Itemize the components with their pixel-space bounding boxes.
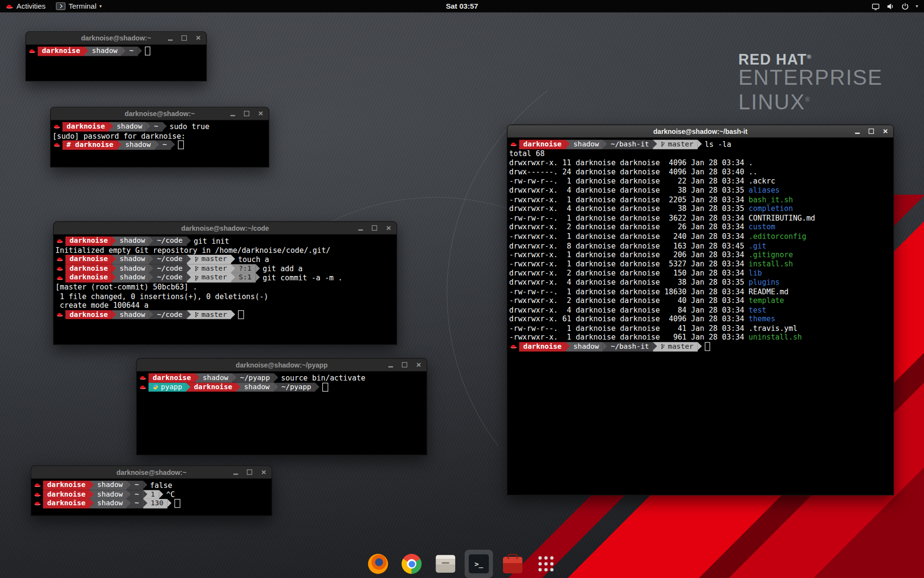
segment-label: pyapp	[161, 382, 182, 392]
filename-text: custom	[749, 223, 775, 231]
prompt-segment: ~/pyapp	[232, 373, 274, 382]
segment-label: darknoise	[66, 122, 105, 131]
prompt-line: darknoiseshadow~/codemastertouch a	[55, 255, 395, 264]
terminal-window[interactable]: darknoise@shadow:~×darknoiseshadow~	[26, 31, 207, 81]
dock-item-toolbox[interactable]	[502, 553, 523, 575]
close-button[interactable]: ×	[194, 34, 202, 42]
minimize-button[interactable]	[386, 361, 394, 368]
window-titlebar[interactable]: darknoise@shadow:~×	[31, 466, 272, 479]
prompt-segment: ~/pyapp	[274, 382, 315, 392]
dock-item-files[interactable]	[435, 553, 456, 575]
command-text: touch a	[238, 255, 270, 264]
redhat-icon	[34, 501, 41, 506]
window-titlebar[interactable]: darknoise@shadow:~/code×	[53, 222, 397, 235]
prompt-line: darknoiseshadow~	[28, 47, 205, 56]
clock[interactable]: Sat 03:57	[441, 0, 483, 13]
minimize-button[interactable]	[357, 224, 364, 232]
output-text: drwxrwxr-x. 61 darknoise darknoise 4096 …	[509, 315, 749, 323]
output-text: -rwxrwxr-x. 1 darknoise darknoise 206 Ja…	[509, 250, 749, 259]
terminal-content[interactable]: darknoiseshadow~sudo true[sudo] password…	[51, 120, 269, 152]
segment-label: master	[201, 310, 227, 319]
terminal-window[interactable]: darknoise@shadow:~×darknoiseshadow~false…	[31, 465, 272, 516]
prompt-segment: master	[653, 140, 697, 149]
prompt-segment: master	[187, 273, 231, 282]
maximize-button[interactable]	[180, 34, 188, 42]
terminal-cursor	[178, 141, 184, 149]
minimize-button[interactable]	[229, 110, 236, 118]
maximize-button[interactable]	[243, 110, 250, 118]
terminal-window[interactable]: darknoise@shadow:~/bash-it×darknoiseshad…	[507, 124, 894, 495]
close-button[interactable]: ×	[385, 224, 393, 232]
minimize-button[interactable]	[853, 127, 861, 135]
output-line: drwxrwxr-x. 11 darknoise darknoise 4096 …	[509, 158, 892, 167]
redhat-icon	[34, 492, 41, 497]
terminal-content[interactable]: darknoiseshadow~/pyappsource bin/activat…	[137, 371, 426, 394]
segment-label: darknoise	[47, 481, 86, 490]
filename-text: .git	[749, 241, 767, 250]
terminal-window[interactable]: darknoise@shadow:~/pyapp×darknoiseshadow…	[136, 358, 427, 455]
prompt-segment: shadow	[112, 264, 150, 273]
segment-label: darknoise	[69, 264, 108, 273]
segment-label: darknoise	[194, 382, 232, 392]
git-branch-icon	[194, 256, 199, 263]
terminal-cursor	[145, 47, 151, 55]
segment-label: shadow	[573, 342, 599, 351]
output-text: drwxrwxr-x. 8 darknoise darknoise 163 Ja…	[509, 241, 749, 250]
window-titlebar[interactable]: darknoise@shadow:~×	[26, 32, 206, 45]
output-text: total 68	[509, 149, 545, 158]
app-menu-terminal[interactable]: Terminal ▾	[51, 0, 107, 13]
window-titlebar[interactable]: darknoise@shadow:~/pyapp×	[137, 358, 426, 371]
maximize-button[interactable]	[246, 468, 254, 476]
maximize-button[interactable]	[371, 224, 378, 232]
close-button[interactable]: ×	[260, 468, 268, 476]
segment-label: shadow	[120, 264, 145, 273]
redhat-icon	[139, 384, 147, 390]
segment-label: darknoise	[153, 373, 191, 382]
system-status-area[interactable]: ▾	[872, 0, 924, 13]
command-text: sudo true	[169, 122, 209, 131]
prompt-segment: shadow	[112, 310, 150, 319]
git-branch-icon	[661, 141, 666, 147]
output-line: -rwxrwxr-x. 1 darknoise darknoise 5327 J…	[509, 259, 892, 268]
output-line: -rw-rw-r--. 1 darknoise darknoise 41 Jan…	[509, 324, 892, 333]
terminal-window[interactable]: darknoise@shadow:~/code×darknoiseshadow~…	[53, 221, 397, 345]
filename-text: bash_it.sh	[749, 195, 793, 204]
prompt-line: darknoiseshadow~false	[33, 481, 270, 490]
activities-button[interactable]: Activities	[0, 0, 51, 13]
minimize-button[interactable]	[166, 34, 174, 42]
output-line: [sudo] password for darknoise:	[52, 131, 267, 141]
dock-item-terminal[interactable]: >_	[468, 553, 489, 575]
terminal-content[interactable]: darknoiseshadow~/bash-itmasterls -latota…	[507, 138, 893, 354]
window-titlebar[interactable]: darknoise@shadow:~×	[51, 107, 269, 120]
output-line: -rw-rw-r--. 1 darknoise darknoise 3622 J…	[509, 213, 892, 223]
close-button[interactable]: ×	[257, 110, 265, 118]
prompt-segment: shadow	[90, 490, 127, 499]
maximize-button[interactable]	[401, 361, 409, 368]
prompt-line: # darknoiseshadow~	[52, 141, 267, 150]
terminal-content[interactable]: darknoiseshadow~falsedarknoiseshadow~1^C…	[31, 479, 272, 510]
dock-item-firefox[interactable]	[367, 553, 388, 575]
output-text: .	[749, 158, 753, 167]
filename-text: test	[749, 305, 767, 314]
maximize-button[interactable]	[867, 127, 875, 135]
close-button[interactable]: ×	[415, 361, 423, 368]
segment-label: darknoise	[523, 140, 562, 149]
volume-icon[interactable]	[886, 2, 895, 10]
redhat-icon	[56, 266, 64, 271]
minimize-button[interactable]	[231, 468, 239, 476]
output-line: -rwxrwxr-x. 1 darknoise darknoise 240 Ja…	[509, 232, 892, 241]
power-icon[interactable]	[901, 2, 909, 10]
dock-item-show-applications[interactable]	[535, 553, 556, 575]
window-titlebar[interactable]: darknoise@shadow:~/bash-it×	[507, 125, 893, 138]
terminal-content[interactable]: darknoiseshadow~	[26, 45, 206, 57]
terminal-icon	[56, 2, 66, 10]
app-grid-icon	[538, 555, 554, 572]
dock-item-chrome[interactable]	[401, 553, 422, 575]
terminal-window[interactable]: darknoise@shadow:~×darknoiseshadow~sudo …	[50, 107, 270, 168]
window-controls: ×	[231, 466, 268, 478]
close-button[interactable]: ×	[882, 127, 889, 135]
screen-icon[interactable]	[872, 2, 880, 10]
filename-text: install.sh	[749, 259, 793, 268]
git-branch-icon	[194, 265, 199, 272]
terminal-content[interactable]: darknoiseshadow~/codegit initInitialized…	[53, 235, 397, 321]
